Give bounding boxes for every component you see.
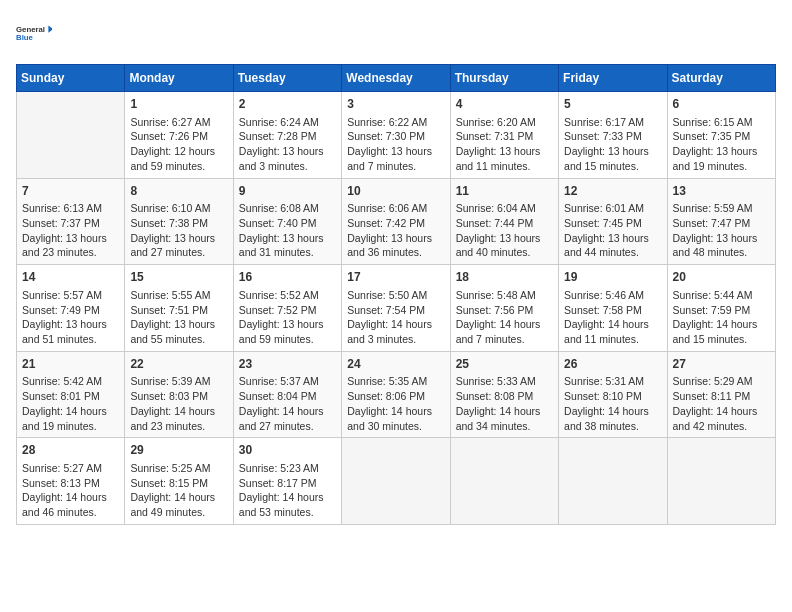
calendar-cell bbox=[559, 438, 667, 525]
col-header-sunday: Sunday bbox=[17, 65, 125, 92]
calendar-cell: 14Sunrise: 5:57 AM Sunset: 7:49 PM Dayli… bbox=[17, 265, 125, 352]
calendar-cell: 1Sunrise: 6:27 AM Sunset: 7:26 PM Daylig… bbox=[125, 92, 233, 179]
col-header-saturday: Saturday bbox=[667, 65, 775, 92]
day-number: 26 bbox=[564, 356, 661, 373]
calendar-cell: 30Sunrise: 5:23 AM Sunset: 8:17 PM Dayli… bbox=[233, 438, 341, 525]
calendar-cell: 17Sunrise: 5:50 AM Sunset: 7:54 PM Dayli… bbox=[342, 265, 450, 352]
week-row-4: 21Sunrise: 5:42 AM Sunset: 8:01 PM Dayli… bbox=[17, 351, 776, 438]
calendar-cell: 18Sunrise: 5:48 AM Sunset: 7:56 PM Dayli… bbox=[450, 265, 558, 352]
day-number: 10 bbox=[347, 183, 444, 200]
calendar-cell: 23Sunrise: 5:37 AM Sunset: 8:04 PM Dayli… bbox=[233, 351, 341, 438]
calendar-cell: 13Sunrise: 5:59 AM Sunset: 7:47 PM Dayli… bbox=[667, 178, 775, 265]
day-number: 23 bbox=[239, 356, 336, 373]
day-number: 13 bbox=[673, 183, 770, 200]
day-number: 7 bbox=[22, 183, 119, 200]
calendar-cell: 11Sunrise: 6:04 AM Sunset: 7:44 PM Dayli… bbox=[450, 178, 558, 265]
day-info: Sunrise: 5:55 AM Sunset: 7:51 PM Dayligh… bbox=[130, 288, 227, 347]
day-number: 21 bbox=[22, 356, 119, 373]
day-info: Sunrise: 6:08 AM Sunset: 7:40 PM Dayligh… bbox=[239, 201, 336, 260]
day-info: Sunrise: 5:59 AM Sunset: 7:47 PM Dayligh… bbox=[673, 201, 770, 260]
week-row-3: 14Sunrise: 5:57 AM Sunset: 7:49 PM Dayli… bbox=[17, 265, 776, 352]
logo-icon: General Blue bbox=[16, 16, 52, 52]
day-number: 3 bbox=[347, 96, 444, 113]
calendar-cell: 29Sunrise: 5:25 AM Sunset: 8:15 PM Dayli… bbox=[125, 438, 233, 525]
svg-text:Blue: Blue bbox=[16, 33, 34, 42]
day-number: 8 bbox=[130, 183, 227, 200]
svg-text:General: General bbox=[16, 25, 45, 34]
day-info: Sunrise: 6:22 AM Sunset: 7:30 PM Dayligh… bbox=[347, 115, 444, 174]
calendar-cell: 26Sunrise: 5:31 AM Sunset: 8:10 PM Dayli… bbox=[559, 351, 667, 438]
day-number: 15 bbox=[130, 269, 227, 286]
day-info: Sunrise: 5:50 AM Sunset: 7:54 PM Dayligh… bbox=[347, 288, 444, 347]
calendar-cell: 10Sunrise: 6:06 AM Sunset: 7:42 PM Dayli… bbox=[342, 178, 450, 265]
day-number: 14 bbox=[22, 269, 119, 286]
calendar-cell: 24Sunrise: 5:35 AM Sunset: 8:06 PM Dayli… bbox=[342, 351, 450, 438]
col-header-monday: Monday bbox=[125, 65, 233, 92]
calendar-cell: 16Sunrise: 5:52 AM Sunset: 7:52 PM Dayli… bbox=[233, 265, 341, 352]
col-header-wednesday: Wednesday bbox=[342, 65, 450, 92]
week-row-2: 7Sunrise: 6:13 AM Sunset: 7:37 PM Daylig… bbox=[17, 178, 776, 265]
day-number: 30 bbox=[239, 442, 336, 459]
day-info: Sunrise: 5:31 AM Sunset: 8:10 PM Dayligh… bbox=[564, 374, 661, 433]
page-header: General Blue bbox=[16, 16, 776, 52]
day-info: Sunrise: 5:48 AM Sunset: 7:56 PM Dayligh… bbox=[456, 288, 553, 347]
day-number: 29 bbox=[130, 442, 227, 459]
calendar-cell bbox=[342, 438, 450, 525]
day-info: Sunrise: 5:39 AM Sunset: 8:03 PM Dayligh… bbox=[130, 374, 227, 433]
col-header-thursday: Thursday bbox=[450, 65, 558, 92]
day-info: Sunrise: 5:33 AM Sunset: 8:08 PM Dayligh… bbox=[456, 374, 553, 433]
day-number: 4 bbox=[456, 96, 553, 113]
logo: General Blue bbox=[16, 16, 52, 52]
day-info: Sunrise: 5:29 AM Sunset: 8:11 PM Dayligh… bbox=[673, 374, 770, 433]
week-row-1: 1Sunrise: 6:27 AM Sunset: 7:26 PM Daylig… bbox=[17, 92, 776, 179]
calendar-cell: 8Sunrise: 6:10 AM Sunset: 7:38 PM Daylig… bbox=[125, 178, 233, 265]
day-number: 25 bbox=[456, 356, 553, 373]
day-info: Sunrise: 5:42 AM Sunset: 8:01 PM Dayligh… bbox=[22, 374, 119, 433]
calendar-cell: 5Sunrise: 6:17 AM Sunset: 7:33 PM Daylig… bbox=[559, 92, 667, 179]
day-info: Sunrise: 6:15 AM Sunset: 7:35 PM Dayligh… bbox=[673, 115, 770, 174]
day-number: 17 bbox=[347, 269, 444, 286]
day-number: 12 bbox=[564, 183, 661, 200]
col-header-tuesday: Tuesday bbox=[233, 65, 341, 92]
calendar-cell: 2Sunrise: 6:24 AM Sunset: 7:28 PM Daylig… bbox=[233, 92, 341, 179]
calendar-cell: 4Sunrise: 6:20 AM Sunset: 7:31 PM Daylig… bbox=[450, 92, 558, 179]
day-info: Sunrise: 6:04 AM Sunset: 7:44 PM Dayligh… bbox=[456, 201, 553, 260]
calendar-cell: 15Sunrise: 5:55 AM Sunset: 7:51 PM Dayli… bbox=[125, 265, 233, 352]
calendar-cell: 9Sunrise: 6:08 AM Sunset: 7:40 PM Daylig… bbox=[233, 178, 341, 265]
day-number: 22 bbox=[130, 356, 227, 373]
day-info: Sunrise: 5:35 AM Sunset: 8:06 PM Dayligh… bbox=[347, 374, 444, 433]
calendar-cell: 12Sunrise: 6:01 AM Sunset: 7:45 PM Dayli… bbox=[559, 178, 667, 265]
day-number: 5 bbox=[564, 96, 661, 113]
day-info: Sunrise: 6:01 AM Sunset: 7:45 PM Dayligh… bbox=[564, 201, 661, 260]
day-info: Sunrise: 6:06 AM Sunset: 7:42 PM Dayligh… bbox=[347, 201, 444, 260]
day-number: 19 bbox=[564, 269, 661, 286]
day-info: Sunrise: 6:10 AM Sunset: 7:38 PM Dayligh… bbox=[130, 201, 227, 260]
day-number: 6 bbox=[673, 96, 770, 113]
day-info: Sunrise: 5:37 AM Sunset: 8:04 PM Dayligh… bbox=[239, 374, 336, 433]
day-number: 28 bbox=[22, 442, 119, 459]
calendar-cell: 3Sunrise: 6:22 AM Sunset: 7:30 PM Daylig… bbox=[342, 92, 450, 179]
day-number: 24 bbox=[347, 356, 444, 373]
day-info: Sunrise: 6:20 AM Sunset: 7:31 PM Dayligh… bbox=[456, 115, 553, 174]
calendar-cell bbox=[17, 92, 125, 179]
day-info: Sunrise: 5:25 AM Sunset: 8:15 PM Dayligh… bbox=[130, 461, 227, 520]
col-header-friday: Friday bbox=[559, 65, 667, 92]
day-info: Sunrise: 5:52 AM Sunset: 7:52 PM Dayligh… bbox=[239, 288, 336, 347]
calendar-cell: 6Sunrise: 6:15 AM Sunset: 7:35 PM Daylig… bbox=[667, 92, 775, 179]
day-number: 16 bbox=[239, 269, 336, 286]
day-number: 20 bbox=[673, 269, 770, 286]
calendar-cell: 25Sunrise: 5:33 AM Sunset: 8:08 PM Dayli… bbox=[450, 351, 558, 438]
calendar-cell: 22Sunrise: 5:39 AM Sunset: 8:03 PM Dayli… bbox=[125, 351, 233, 438]
calendar-cell bbox=[667, 438, 775, 525]
calendar-cell bbox=[450, 438, 558, 525]
calendar-cell: 19Sunrise: 5:46 AM Sunset: 7:58 PM Dayli… bbox=[559, 265, 667, 352]
day-info: Sunrise: 5:23 AM Sunset: 8:17 PM Dayligh… bbox=[239, 461, 336, 520]
day-info: Sunrise: 5:44 AM Sunset: 7:59 PM Dayligh… bbox=[673, 288, 770, 347]
svg-marker-2 bbox=[48, 26, 52, 33]
day-number: 2 bbox=[239, 96, 336, 113]
week-row-5: 28Sunrise: 5:27 AM Sunset: 8:13 PM Dayli… bbox=[17, 438, 776, 525]
day-number: 9 bbox=[239, 183, 336, 200]
day-info: Sunrise: 5:27 AM Sunset: 8:13 PM Dayligh… bbox=[22, 461, 119, 520]
day-number: 11 bbox=[456, 183, 553, 200]
day-info: Sunrise: 6:17 AM Sunset: 7:33 PM Dayligh… bbox=[564, 115, 661, 174]
